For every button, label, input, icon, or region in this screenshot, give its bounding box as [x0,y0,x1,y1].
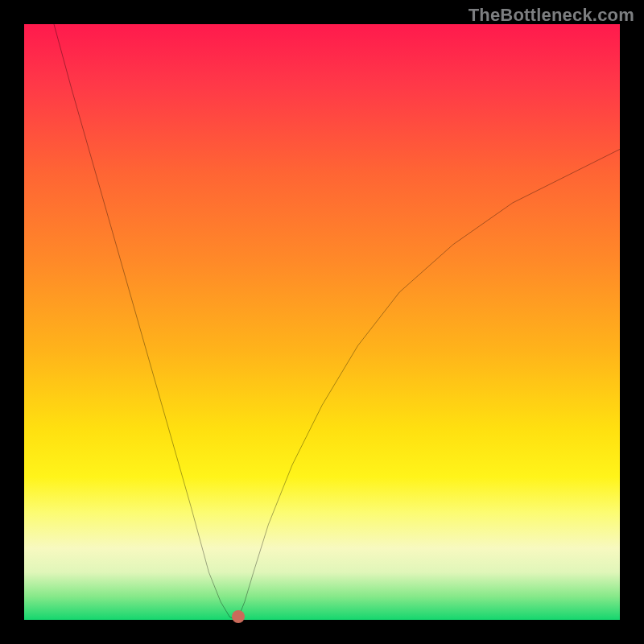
chart-outer-frame: TheBottleneck.com [0,0,644,644]
chart-plot-area [24,24,620,620]
bottleneck-curve [24,24,620,620]
watermark-text: TheBottleneck.com [469,5,634,26]
curve-path [54,24,620,620]
optimum-marker-dot [232,610,245,623]
